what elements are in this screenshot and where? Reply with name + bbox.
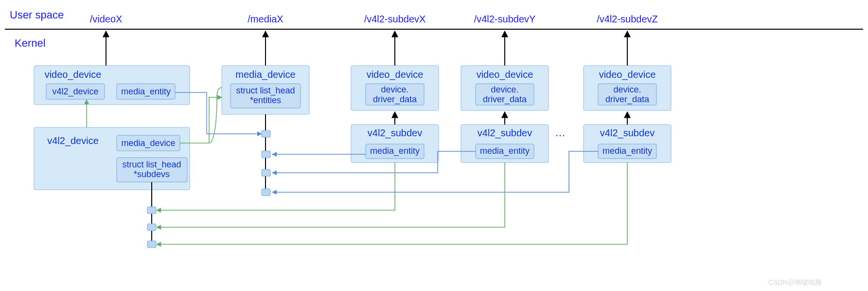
svg-text:media_entity: media_entity xyxy=(480,146,530,156)
svg-text:driver_data: driver_data xyxy=(483,94,527,105)
dev-subdevY: /v4l2-subdevY xyxy=(474,14,536,24)
subdev-vd-x-s1: device. xyxy=(381,85,408,94)
v4l2-device-title: v4l2_device xyxy=(47,135,99,146)
dev-mediaX: /mediaX xyxy=(248,14,283,24)
subdev-vd-z: video_device device. driver_data xyxy=(584,66,671,110)
video-device-mediaentity: media_entity xyxy=(121,87,171,97)
svg-text:video_device: video_device xyxy=(477,69,533,80)
video-device-title: video_device xyxy=(45,69,102,80)
svg-text:v4l2_subdev: v4l2_subdev xyxy=(600,127,655,139)
media-device-sub2: *entities xyxy=(250,95,281,105)
dev-videoX: /videoX xyxy=(90,14,123,24)
svg-text:device.: device. xyxy=(613,85,641,94)
link-mediadev-arrow2 xyxy=(209,97,222,143)
v4l2-subdev-x: v4l2_subdev media_entity xyxy=(351,125,439,163)
link-mediadev xyxy=(209,88,222,143)
v4l2-device-media: media_device xyxy=(121,138,175,148)
svg-text:video_device: video_device xyxy=(599,69,656,80)
subdev-node-1 xyxy=(147,207,156,214)
link-subz-list xyxy=(157,163,627,244)
link-suby-list xyxy=(157,163,505,227)
link-subx-list xyxy=(157,163,395,210)
svg-text:media_entity: media_entity xyxy=(602,146,652,156)
subdev-node-2 xyxy=(147,224,156,231)
kernel-label: Kernel xyxy=(15,37,46,49)
video-device-box: video_device v4l2_device media_entity xyxy=(34,66,190,105)
dev-subdevX: /v4l2-subdevX xyxy=(364,14,426,24)
subdev-node-3 xyxy=(147,241,156,248)
watermark: CSDN@嗨啵电脑 xyxy=(768,278,822,286)
subdev-vd-x-title: video_device xyxy=(367,69,424,80)
subdev-vd-y: video_device device. driver_data xyxy=(461,66,549,110)
entity-node-4 xyxy=(262,189,270,196)
entity-node-2 xyxy=(262,151,270,158)
diagram: User space Kernel /videoX /mediaX /v4l2-… xyxy=(0,0,868,291)
svg-text:v4l2_subdev: v4l2_subdev xyxy=(478,127,532,139)
user-space-label: User space xyxy=(10,9,64,21)
video-device-v4l2: v4l2_device xyxy=(52,87,98,97)
entity-node-3 xyxy=(262,169,270,176)
svg-text:driver_data: driver_data xyxy=(605,94,650,105)
v4l2-subdev-z: v4l2_subdev media_entity xyxy=(584,125,671,163)
v4l2-device-list2: *subdevs xyxy=(134,169,170,179)
v4l2-subdev-y: v4l2_subdev media_entity xyxy=(461,125,549,163)
entity-node-1 xyxy=(262,130,270,137)
media-device-box: media_device struct list_head *entities xyxy=(222,66,309,114)
subdev-vd-x: video_device device. driver_data xyxy=(351,66,439,110)
svg-text:device.: device. xyxy=(491,85,518,94)
media-device-title: media_device xyxy=(235,69,295,80)
v4l2-device-box: v4l2_device media_device struct list_hea… xyxy=(34,127,190,190)
svg-text:v4l2_subdev: v4l2_subdev xyxy=(368,127,422,139)
subdev-vd-x-s2: driver_data xyxy=(373,94,417,105)
dev-subdevZ: /v4l2-subdevZ xyxy=(597,14,658,24)
dots-label: … xyxy=(555,127,566,139)
v4l2-device-list1: struct list_head xyxy=(122,160,181,170)
media-device-sub1: struct list_head xyxy=(236,86,295,96)
svg-text:media_entity: media_entity xyxy=(370,146,420,156)
